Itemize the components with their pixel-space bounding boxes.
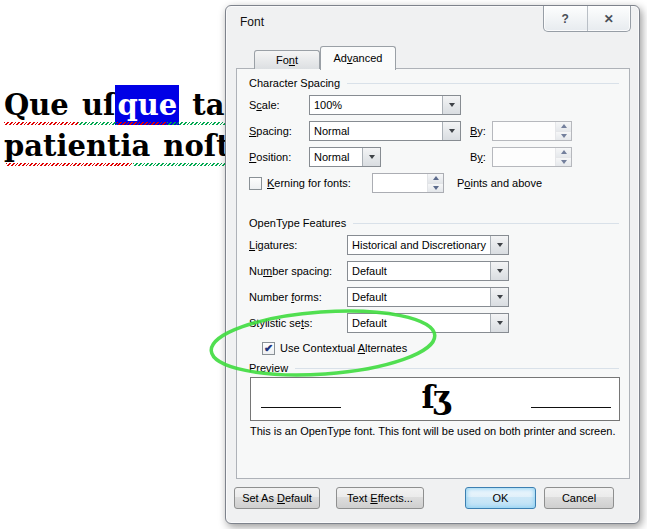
window-controls: ? ✕ <box>543 6 631 32</box>
position-by-value[interactable] <box>493 148 555 166</box>
section-title: Preview <box>249 362 288 374</box>
preview-rule-right <box>531 407 611 408</box>
spacing-by-label: By: <box>470 125 486 137</box>
chevron-down-icon[interactable] <box>490 262 508 280</box>
text-before-selection: Que uſ <box>4 88 115 122</box>
kerning-points-label: Points and above <box>457 177 542 189</box>
contextual-alternates-row: ✔ Use Contextual Alternates <box>262 338 407 358</box>
preview-box: ſʒ <box>250 377 620 421</box>
position-label: Position: <box>249 151 291 163</box>
ligatures-value: Historical and Discretionary <box>348 236 490 254</box>
chevron-down-icon[interactable] <box>490 314 508 332</box>
opentype-features-heading: OpenType Features <box>249 217 619 229</box>
text-effects-button[interactable]: Text Effects... <box>336 487 424 509</box>
kerning-size-input[interactable] <box>372 173 444 193</box>
chevron-down-icon[interactable] <box>442 96 460 114</box>
section-title: OpenType Features <box>249 217 346 229</box>
spacing-by-value[interactable] <box>493 122 555 140</box>
spacing-by-input[interactable] <box>492 121 572 141</box>
spacing-by-label-row: By: <box>470 121 486 141</box>
number-spacing-label: Number spacing: <box>249 265 332 277</box>
position-by-label: By: <box>470 151 486 163</box>
close-icon: ✕ <box>604 12 614 26</box>
position-row: Position: <box>249 147 291 167</box>
tab-advanced[interactable]: Advanced <box>320 46 396 70</box>
grammar-squiggle <box>167 122 227 125</box>
number-spacing-row: Number spacing: <box>249 261 332 281</box>
kerning-points-row: Points and above <box>457 173 542 193</box>
stylistic-sets-row: Stylistic sets: <box>249 313 313 333</box>
scale-row: Scale: <box>249 95 280 115</box>
position-dropdown[interactable]: Normal <box>309 147 381 167</box>
spellcheck-squiggle <box>117 122 167 125</box>
dialog-title: Font <box>240 15 264 29</box>
number-forms-value: Default <box>348 288 490 306</box>
chevron-down-icon[interactable] <box>442 122 460 140</box>
section-title: Character Spacing <box>249 77 340 89</box>
spacing-label: Spacing: <box>249 125 292 137</box>
spinner-down-icon[interactable] <box>556 158 571 167</box>
preview-glyph: ſʒ <box>251 379 619 415</box>
number-spacing-dropdown[interactable]: Default <box>347 261 509 281</box>
stylistic-sets-value: Default <box>348 314 490 332</box>
spellcheck-squiggle <box>6 163 132 166</box>
spacing-row: Spacing: <box>249 121 292 141</box>
kerning-checkbox[interactable] <box>249 177 262 190</box>
spinner-buttons[interactable] <box>555 148 571 166</box>
ligatures-dropdown[interactable]: Historical and Discretionary <box>347 235 509 255</box>
spinner-up-icon[interactable] <box>428 174 443 184</box>
spellcheck-squiggle <box>4 122 78 125</box>
spinner-buttons[interactable] <box>427 174 443 192</box>
section-divider <box>295 368 619 369</box>
chevron-down-icon[interactable] <box>490 288 508 306</box>
spinner-up-icon[interactable] <box>556 122 571 132</box>
cancel-button[interactable]: Cancel <box>544 487 614 509</box>
number-forms-label: Number forms: <box>249 291 322 303</box>
preview-description: This is an OpenType font. This font will… <box>250 425 615 437</box>
help-button[interactable]: ? <box>544 6 587 31</box>
contextual-alternates-label: Use Contextual Alternates <box>280 342 407 354</box>
grammar-squiggle <box>133 163 227 166</box>
set-as-default-button[interactable]: Set As Default <box>234 487 320 509</box>
help-icon: ? <box>562 12 569 26</box>
chevron-down-icon[interactable] <box>362 148 380 166</box>
selected-text[interactable]: que <box>115 85 179 125</box>
section-divider <box>353 223 619 224</box>
close-button[interactable]: ✕ <box>587 6 631 31</box>
scale-dropdown[interactable]: 100% <box>309 95 461 115</box>
tab-font[interactable]: Font <box>254 50 320 69</box>
kerning-size-value[interactable] <box>373 174 427 192</box>
preview-heading: Preview <box>249 362 619 374</box>
advanced-tab-panel: Character Spacing Scale: 100% Spacing: N… <box>236 68 630 479</box>
use-contextual-alternates-checkbox[interactable]: ✔ <box>262 342 275 355</box>
position-by-label-row: By: <box>470 147 486 167</box>
grammar-squiggle <box>78 122 117 125</box>
ok-button[interactable]: OK <box>465 487 536 509</box>
spacing-value: Normal <box>310 122 442 140</box>
character-spacing-heading: Character Spacing <box>249 77 619 89</box>
number-spacing-value: Default <box>348 262 490 280</box>
section-divider <box>347 83 619 84</box>
number-forms-row: Number forms: <box>249 287 322 307</box>
font-dialog: Font ? ✕ Font Advanced Character Spacing… <box>225 5 640 524</box>
kerning-row: Kerning for fonts: <box>249 173 351 193</box>
ligatures-row: Ligatures: <box>249 235 297 255</box>
spinner-down-icon[interactable] <box>556 132 571 141</box>
spacing-dropdown[interactable]: Normal <box>309 121 461 141</box>
spinner-down-icon[interactable] <box>428 184 443 193</box>
spinner-buttons[interactable] <box>555 122 571 140</box>
scale-label: Scale: <box>249 99 280 111</box>
ligatures-label: Ligatures: <box>249 239 297 251</box>
position-by-input[interactable] <box>492 147 572 167</box>
scale-value: 100% <box>310 96 442 114</box>
position-value: Normal <box>310 148 362 166</box>
stylistic-sets-dropdown[interactable]: Default <box>347 313 509 333</box>
stylistic-sets-label: Stylistic sets: <box>249 317 313 329</box>
spinner-up-icon[interactable] <box>556 148 571 158</box>
chevron-down-icon[interactable] <box>490 236 508 254</box>
check-icon: ✔ <box>264 343 273 354</box>
kerning-label: Kerning for fonts: <box>267 177 351 189</box>
number-forms-dropdown[interactable]: Default <box>347 287 509 307</box>
